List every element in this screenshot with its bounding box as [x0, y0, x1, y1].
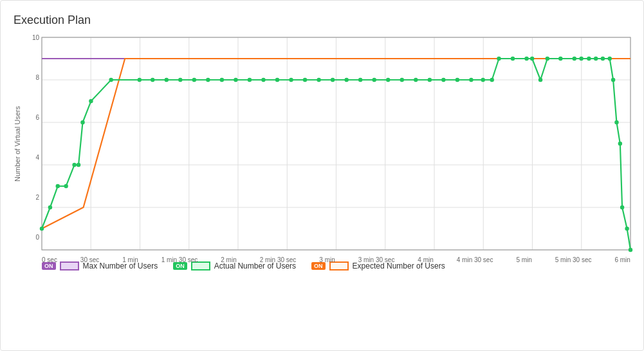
- chart-with-yaxis: Number of Virtual Users 0 2 4 6 8 10: [14, 37, 630, 250]
- svg-point-22: [56, 184, 60, 189]
- svg-point-53: [469, 78, 473, 82]
- svg-point-61: [546, 57, 549, 61]
- svg-point-21: [48, 205, 52, 210]
- svg-point-41: [303, 78, 307, 82]
- svg-point-44: [344, 78, 348, 82]
- svg-point-30: [151, 78, 154, 82]
- svg-point-57: [511, 57, 515, 61]
- svg-point-45: [358, 78, 362, 82]
- svg-point-39: [275, 78, 279, 82]
- svg-point-25: [77, 163, 80, 167]
- x-tick-5min: 5 min: [516, 256, 531, 263]
- svg-point-26: [80, 120, 84, 125]
- svg-point-28: [109, 78, 113, 82]
- svg-point-40: [289, 78, 293, 82]
- svg-point-55: [490, 78, 493, 82]
- x-tick-2min: 2 min: [221, 256, 236, 263]
- svg-point-32: [178, 78, 182, 82]
- y-axis-label: Number of Virtual Users: [14, 37, 26, 250]
- svg-point-63: [573, 57, 576, 61]
- svg-point-49: [414, 78, 418, 82]
- svg-point-31: [165, 78, 169, 82]
- x-tick-4min30sec: 4 min 30 sec: [457, 256, 493, 263]
- svg-point-20: [40, 227, 44, 231]
- svg-point-38: [261, 78, 265, 82]
- page-title: Execution Plan: [14, 14, 630, 27]
- svg-point-33: [192, 78, 196, 82]
- svg-point-56: [497, 57, 501, 61]
- x-tick-30sec: 30 sec: [80, 256, 99, 263]
- x-tick-1min: 1 min: [122, 256, 138, 263]
- svg-point-34: [206, 78, 210, 82]
- svg-point-72: [620, 205, 624, 210]
- x-tick-1min30sec: 1 min 30 sec: [161, 256, 198, 263]
- svg-point-73: [625, 227, 629, 231]
- x-tick-3min30sec: 3 min 30 sec: [358, 256, 395, 263]
- svg-point-74: [629, 248, 632, 252]
- svg-point-51: [441, 78, 445, 82]
- svg-point-58: [524, 57, 528, 61]
- main-container: Execution Plan Number of Virtual Users 0…: [0, 0, 644, 351]
- svg-point-59: [530, 57, 534, 61]
- svg-point-70: [614, 120, 618, 125]
- svg-point-36: [234, 78, 237, 82]
- svg-point-69: [611, 78, 615, 82]
- svg-point-64: [579, 57, 583, 61]
- svg-point-43: [331, 78, 335, 82]
- svg-point-52: [455, 78, 459, 82]
- svg-point-62: [558, 57, 562, 61]
- svg-point-24: [72, 163, 76, 167]
- svg-point-23: [64, 184, 68, 189]
- svg-point-65: [587, 57, 591, 61]
- x-tick-4min: 4 min: [418, 256, 433, 263]
- svg-point-67: [601, 57, 605, 61]
- svg-point-37: [248, 78, 252, 82]
- chart-svg: [42, 37, 630, 250]
- svg-point-48: [400, 78, 404, 82]
- svg-point-47: [386, 78, 390, 82]
- x-tick-6min: 6 min: [614, 256, 630, 263]
- svg-point-46: [372, 78, 376, 82]
- chart-area: Number of Virtual Users 0 2 4 6 8 10: [14, 37, 630, 270]
- svg-point-29: [138, 78, 142, 82]
- svg-point-27: [89, 99, 93, 104]
- svg-point-50: [428, 78, 432, 82]
- x-tick-2min30sec: 2 min 30 sec: [260, 256, 297, 263]
- chart-container: 0 sec 30 sec 1 min 1 min 30 sec 2 min 2 …: [42, 37, 630, 250]
- svg-point-35: [220, 78, 224, 82]
- svg-point-71: [618, 142, 622, 146]
- x-tick-5min30sec: 5 min 30 sec: [555, 256, 592, 263]
- svg-point-68: [607, 57, 611, 61]
- y-ticks: 0 2 4 6 8 10: [29, 37, 42, 250]
- x-tick-0: 0 sec: [42, 256, 57, 263]
- svg-point-42: [317, 78, 320, 82]
- svg-point-60: [538, 78, 542, 82]
- svg-point-66: [594, 57, 598, 61]
- svg-point-54: [481, 78, 484, 82]
- x-tick-3min: 3 min: [319, 256, 335, 263]
